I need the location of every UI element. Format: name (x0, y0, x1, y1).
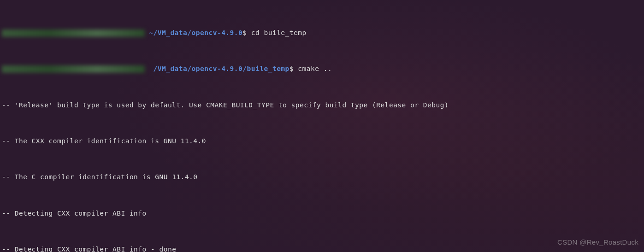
prompt-path-1: ~/VM_data/opencv-4.9.0 (149, 29, 242, 36)
command-2: cmake .. (298, 65, 332, 72)
prompt-line-1: ~/VM_data/opencv-4.9.0$ cd buile_temp (2, 27, 642, 39)
output-line: -- 'Release' build type is used by defau… (2, 99, 642, 111)
output-line: -- Detecting CXX compiler ABI info (2, 207, 642, 219)
output-line: -- The C compiler identification is GNU … (2, 171, 642, 183)
user-host-blurred (2, 29, 145, 37)
command-1: cd buile_temp (251, 29, 307, 36)
output-line: -- The CXX compiler identification is GN… (2, 135, 642, 147)
output-line: -- Detecting CXX compiler ABI info - don… (2, 243, 642, 252)
prompt-path-2: /VM_data/opencv-4.9.0/buile_temp (153, 65, 289, 72)
watermark-text: CSDN @Rev_RoastDuck (557, 236, 638, 248)
prompt-line-2: /VM_data/opencv-4.9.0/buile_temp$ cmake … (2, 63, 642, 75)
terminal-output[interactable]: ~/VM_data/opencv-4.9.0$ cd buile_temp /V… (2, 3, 642, 252)
user-host-blurred (2, 65, 145, 73)
